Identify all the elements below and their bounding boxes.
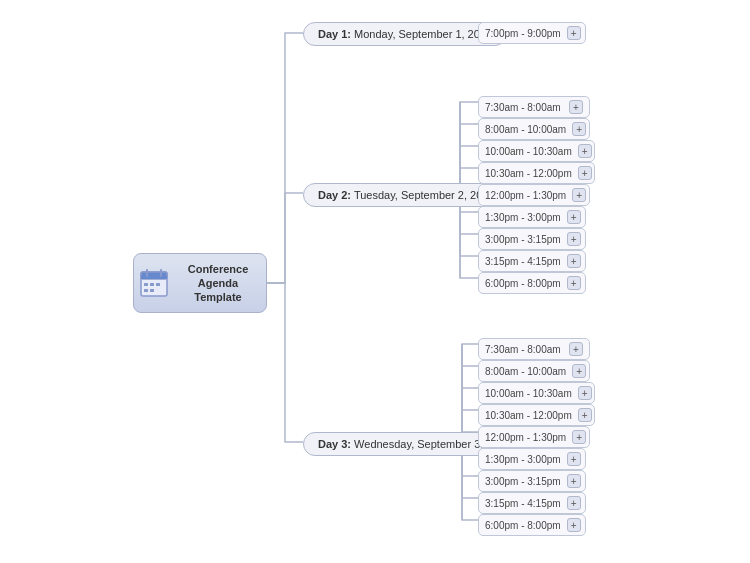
day2-slot-4: 10:30am - 12:00pm+ [478, 162, 595, 184]
time-label: 6:00pm - 8:00pm [485, 278, 561, 289]
mind-map-canvas: Conference AgendaTemplate Day 1: Monday,… [0, 0, 750, 563]
add-btn[interactable]: + [567, 254, 581, 268]
svg-rect-7 [144, 283, 148, 286]
add-btn[interactable]: + [567, 474, 581, 488]
svg-rect-11 [150, 289, 154, 292]
day3-slot-2: 8:00am - 10:00am+ [478, 360, 590, 382]
add-btn[interactable]: + [578, 408, 592, 422]
add-btn[interactable]: + [572, 188, 586, 202]
time-label: 3:15pm - 4:15pm [485, 498, 561, 509]
add-btn[interactable]: + [572, 430, 586, 444]
add-btn[interactable]: + [567, 496, 581, 510]
day3-slot-5: 12:00pm - 1:30pm+ [478, 426, 590, 448]
add-btn[interactable]: + [567, 518, 581, 532]
day3-slot-6: 1:30pm - 3:00pm+ [478, 448, 586, 470]
time-label: 7:00pm - 9:00pm [485, 28, 561, 39]
svg-rect-8 [150, 283, 154, 286]
add-btn[interactable]: + [567, 276, 581, 290]
day3-slot-4: 10:30am - 12:00pm+ [478, 404, 595, 426]
day1-slot-1: 7:00pm - 9:00pm + [478, 22, 586, 44]
time-label: 10:30am - 12:00pm [485, 168, 572, 179]
day3-slot-9: 6:00pm - 8:00pm+ [478, 514, 586, 536]
day2-slot-1: 7:30am - 8:00am+ [478, 96, 590, 118]
day2-slot-7: 3:00pm - 3:15pm+ [478, 228, 586, 250]
day3-slot-1: 7:30am - 8:00am+ [478, 338, 590, 360]
root-label: Conference AgendaTemplate [176, 262, 260, 305]
time-label: 1:30pm - 3:00pm [485, 454, 561, 465]
add-btn[interactable]: + [578, 144, 592, 158]
time-label: 10:30am - 12:00pm [485, 410, 572, 421]
calendar-icon [140, 269, 168, 297]
svg-rect-4 [141, 276, 167, 279]
add-btn[interactable]: + [569, 342, 583, 356]
time-label: 12:00pm - 1:30pm [485, 190, 566, 201]
add-btn[interactable]: + [578, 166, 592, 180]
connectors-svg [0, 0, 750, 563]
day3-slot-7: 3:00pm - 3:15pm+ [478, 470, 586, 492]
time-label: 8:00am - 10:00am [485, 366, 566, 377]
day1-label-rest: Monday, September 1, 2008 [351, 28, 492, 40]
time-label: 7:30am - 8:00am [485, 102, 561, 113]
time-label: 3:00pm - 3:15pm [485, 476, 561, 487]
day2-slot-3: 10:00am - 10:30am+ [478, 140, 595, 162]
day2-label-rest: Tuesday, September 2, 2008 [351, 189, 495, 201]
time-label: 8:00am - 10:00am [485, 124, 566, 135]
svg-rect-10 [144, 289, 148, 292]
add-btn[interactable]: + [567, 232, 581, 246]
time-label: 1:30pm - 3:00pm [485, 212, 561, 223]
add-btn[interactable]: + [578, 386, 592, 400]
time-label: 6:00pm - 8:00pm [485, 520, 561, 531]
add-btn[interactable]: + [572, 122, 586, 136]
day2-slot-6: 1:30pm - 3:00pm+ [478, 206, 586, 228]
time-label: 3:00pm - 3:15pm [485, 234, 561, 245]
day2-label-bold: Day 2: [318, 189, 351, 201]
day3-label-bold: Day 3: [318, 438, 351, 450]
day3-slot-3: 10:00am - 10:30am+ [478, 382, 595, 404]
time-label: 3:15pm - 4:15pm [485, 256, 561, 267]
day1-slot-1-add[interactable]: + [567, 26, 581, 40]
day2-slot-9: 6:00pm - 8:00pm+ [478, 272, 586, 294]
add-btn[interactable]: + [569, 100, 583, 114]
time-label: 10:00am - 10:30am [485, 146, 572, 157]
time-label: 7:30am - 8:00am [485, 344, 561, 355]
day1-node: Day 1: Monday, September 1, 2008 [303, 22, 507, 46]
day2-slot-2: 8:00am - 10:00am+ [478, 118, 590, 140]
add-btn[interactable]: + [572, 364, 586, 378]
day3-slot-8: 3:15pm - 4:15pm+ [478, 492, 586, 514]
day1-label-bold: Day 1: [318, 28, 351, 40]
root-node: Conference AgendaTemplate [133, 253, 267, 313]
add-btn[interactable]: + [567, 210, 581, 224]
time-label: 12:00pm - 1:30pm [485, 432, 566, 443]
day2-slot-5: 12:00pm - 1:30pm+ [478, 184, 590, 206]
svg-rect-9 [156, 283, 160, 286]
time-label: 10:00am - 10:30am [485, 388, 572, 399]
add-btn[interactable]: + [567, 452, 581, 466]
day2-slot-8: 3:15pm - 4:15pm+ [478, 250, 586, 272]
